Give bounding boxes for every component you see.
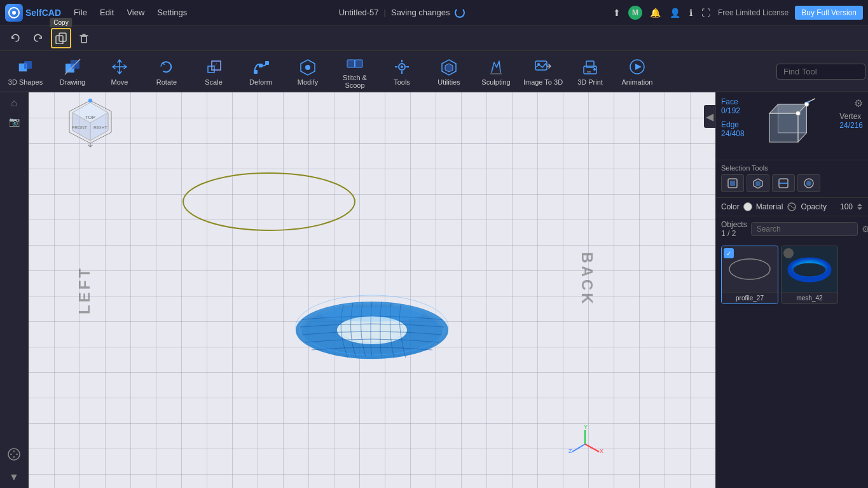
tool-rotate[interactable]: Rotate (144, 52, 189, 90)
user-m-icon[interactable]: M (628, 6, 642, 20)
menu-settings[interactable]: Settings (152, 5, 192, 20)
svg-marker-62 (769, 113, 798, 142)
vertex-label: Vertex (839, 112, 863, 121)
tool-image-to-3d-label: Image To 3D (523, 78, 563, 86)
torus-mesh[interactable] (289, 263, 455, 380)
menu-file[interactable]: File (69, 5, 92, 20)
toolbar-row2: 3D Shapes Drawing Move Rotate (0, 51, 868, 92)
sel-tool-4[interactable] (797, 174, 820, 192)
tools-icon (392, 57, 412, 77)
objects-header: Objects 1 / 2 ⚙ (716, 216, 868, 242)
menu-view[interactable]: View (121, 5, 149, 20)
tool-tools[interactable]: Tools (379, 52, 425, 90)
selection-tools-section: Selection Tools (716, 160, 868, 197)
buy-full-version-button[interactable]: Buy Full Version (795, 6, 863, 20)
tool-deform[interactable]: Deform (238, 52, 284, 90)
right-panel: Face 0/192 Edge 24/408 (715, 92, 868, 488)
animation-icon (627, 57, 647, 77)
svg-point-78 (800, 265, 819, 275)
tool-utilities-label: Utilities (437, 78, 460, 86)
bell-icon[interactable]: 🔔 (649, 6, 662, 19)
svg-marker-38 (635, 64, 642, 70)
opacity-stepper[interactable] (857, 202, 863, 211)
delete-button[interactable] (74, 28, 94, 48)
svg-rect-4 (81, 36, 86, 43)
saving-spinner (455, 8, 465, 18)
svg-point-49 (183, 173, 355, 230)
material-icon (787, 202, 797, 212)
tool-scale[interactable]: Scale (191, 52, 237, 90)
edge-count: 24/408 (721, 129, 745, 138)
svg-rect-31 (535, 61, 547, 70)
viewport[interactable]: TOP RIGHT FRONT LEFT BACK (29, 92, 715, 488)
sel-tool-2[interactable] (747, 174, 769, 192)
stitch-scoop-icon (345, 53, 365, 73)
edge-item: Edge 24/408 (721, 120, 745, 138)
tool-animation[interactable]: Animation (614, 52, 660, 90)
face-item: Face 0/192 (721, 97, 745, 115)
sel-tool-1[interactable] (721, 174, 744, 192)
tool-rotate-label: Rotate (156, 78, 177, 86)
tool-3dshapes[interactable]: 3D Shapes (3, 52, 48, 90)
rotate-icon (156, 57, 177, 77)
fev-section: Face 0/192 Edge 24/408 (716, 92, 868, 160)
undo-button[interactable] (5, 28, 25, 48)
tool-modify-label: Modify (298, 78, 318, 86)
license-text: Free Limited License (718, 8, 789, 17)
tool-3d-print[interactable]: 3D Print (567, 52, 613, 90)
profile-ellipse[interactable] (180, 170, 358, 236)
objects-search-input[interactable] (751, 222, 858, 236)
person-icon[interactable]: 👤 (668, 6, 682, 19)
selection-tools-label: Selection Tools (716, 160, 868, 174)
tool-3dshapes-label: 3D Shapes (8, 78, 43, 86)
tool-drawing[interactable]: Drawing (50, 52, 95, 90)
tool-modify[interactable]: Modify (285, 52, 331, 90)
svg-point-24 (401, 66, 403, 68)
info-icon[interactable]: ℹ (688, 6, 694, 19)
tool-utilities[interactable]: Utilities (426, 52, 472, 90)
sel-tool-3[interactable] (772, 174, 795, 192)
object-thumbnail-mesh42[interactable]: mesh_42 (781, 246, 838, 304)
color-picker[interactable] (743, 202, 752, 211)
objects-settings-gear[interactable]: ⚙ (862, 224, 868, 234)
object-thumbnail-profile27[interactable]: ✓ profile_27 (721, 246, 778, 304)
deform-icon (251, 57, 271, 77)
redo-button[interactable] (28, 28, 48, 48)
svg-text:RIGHT: RIGHT (93, 125, 108, 130)
home-icon[interactable]: ⌂ (11, 97, 17, 109)
panel-collapse-arrow[interactable]: ◀ (704, 105, 715, 128)
compass-icon[interactable] (7, 447, 21, 464)
tool-stitch-scoop[interactable]: Stitch & Scoop (332, 52, 378, 90)
cube-navigator[interactable]: TOP RIGHT FRONT (64, 97, 118, 154)
svg-rect-15 (254, 70, 258, 74)
fullscreen-icon[interactable]: ⛶ (700, 6, 712, 19)
utilities-icon (439, 57, 459, 77)
tool-drawing-label: Drawing (60, 78, 85, 86)
obj-check-mark: ✓ (724, 248, 734, 258)
obj-label-profile27: profile_27 (722, 292, 778, 303)
find-tool-input[interactable] (776, 64, 865, 80)
vertex-section: Vertex 24/216 (839, 112, 863, 130)
scroll-down-icon[interactable]: ▼ (9, 471, 19, 483)
tool-sculpting[interactable]: Sculpting (473, 52, 519, 90)
svg-text:X: X (600, 448, 603, 454)
tool-move-label: Move (111, 78, 128, 86)
share-icon[interactable]: ⬆ (612, 6, 622, 19)
selection-tools-row (716, 174, 868, 197)
svg-point-77 (729, 259, 770, 279)
3dshapes-icon (15, 57, 36, 77)
material-label: Material (756, 202, 783, 211)
tool-stitch-scoop-label: Stitch & Scoop (334, 74, 375, 89)
menu-edit[interactable]: Edit (95, 5, 119, 20)
camera-icon[interactable]: 📷 (9, 116, 20, 127)
toolbar-row1: Copy (0, 25, 868, 51)
color-material-row: Color Material Opacity 100 (716, 197, 868, 216)
tool-move[interactable]: Move (97, 52, 142, 90)
obj-label-mesh42: mesh_42 (782, 292, 837, 303)
svg-line-57 (585, 444, 599, 452)
svg-rect-17 (265, 61, 269, 65)
tool-image-to-3d[interactable]: Image To 3D (520, 52, 566, 90)
copy-button[interactable]: Copy (51, 28, 71, 48)
svg-point-67 (807, 101, 809, 103)
panel-settings-gear[interactable]: ⚙ (854, 97, 863, 109)
